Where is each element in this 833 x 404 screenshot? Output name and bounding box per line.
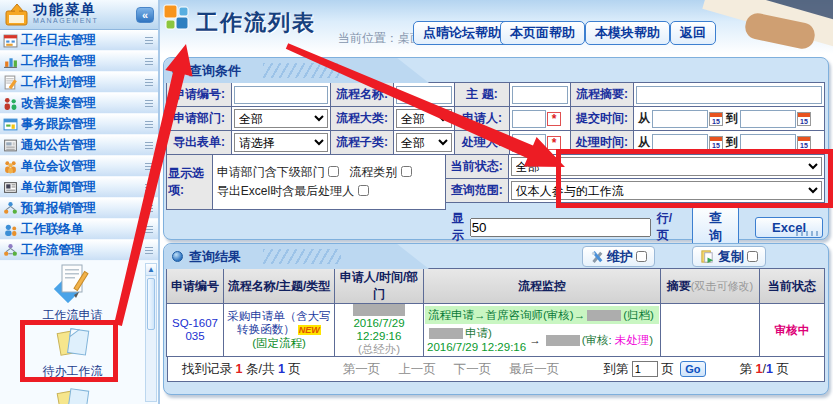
drag-handle-icon[interactable] bbox=[145, 58, 153, 65]
shortcut-partial[interactable] bbox=[0, 387, 145, 404]
option-include-sub-dept[interactable]: 申请部门含下级部门 bbox=[217, 163, 339, 182]
drag-handle-icon[interactable] bbox=[145, 121, 153, 128]
sidebar-scrollbar[interactable]: ▲ bbox=[145, 263, 157, 402]
sidebar-collapse-button[interactable]: « bbox=[136, 7, 154, 23]
flow-class-select[interactable]: 全部 bbox=[396, 109, 452, 128]
sidebar-item-work-log[interactable]: 工作日志管理 bbox=[0, 30, 158, 51]
go-button[interactable]: Go bbox=[680, 361, 705, 377]
query-panel: 查询条件 申请编号: 流程名称: 主 题: 流程摘要: 申请部门: 全部 流程大… bbox=[163, 57, 829, 240]
applicant-input[interactable] bbox=[512, 110, 546, 128]
calendar-icon[interactable]: 15 bbox=[709, 112, 723, 126]
last-page-link[interactable]: 最后一页 bbox=[509, 361, 559, 378]
sidebar-item-improvement[interactable]: 改善提案管理 bbox=[0, 93, 158, 114]
query-scope-select[interactable]: 仅本人参与的工作流 bbox=[511, 181, 822, 200]
option-flow-category[interactable]: 流程类别 bbox=[349, 163, 411, 182]
scroll-up-icon[interactable]: ▲ bbox=[146, 264, 156, 276]
export-form-select[interactable]: 请选择 bbox=[234, 133, 328, 152]
flow-name-input[interactable] bbox=[396, 86, 452, 104]
handler-input[interactable] bbox=[512, 134, 546, 152]
results-panel: 查询结果 维护 复制 bbox=[163, 243, 829, 395]
query-row-2: 申请部门: 全部 流程大类: 全部 申请人: * 提交时间: 从 15 到 15 bbox=[167, 107, 825, 131]
copy-icon bbox=[700, 249, 715, 264]
sidebar-item-news[interactable]: 单位新闻管理 bbox=[0, 177, 158, 198]
col-apply-no: 申请编号 bbox=[166, 268, 224, 304]
prev-page-link[interactable]: 上一页 bbox=[398, 361, 436, 378]
sidebar-item-tracking[interactable]: 事务跟踪管理 bbox=[0, 114, 158, 135]
calendar-icon[interactable]: 15 bbox=[797, 112, 811, 126]
sidebar-item-budget[interactable]: 预算报销管理 bbox=[0, 198, 158, 219]
maintain-checkbox[interactable] bbox=[636, 251, 647, 262]
next-page-link[interactable]: 下一页 bbox=[454, 361, 492, 378]
user-picker-icon[interactable]: * bbox=[547, 136, 561, 150]
back-button[interactable]: 返回 bbox=[670, 21, 716, 45]
sidebar-item-meeting[interactable]: 单位会议管理 bbox=[0, 156, 158, 177]
sidebar-item-label: 工作计划管理 bbox=[21, 74, 145, 91]
apply-no-input[interactable] bbox=[234, 86, 328, 104]
maintain-label: 维护 bbox=[607, 248, 633, 266]
drag-handle-icon[interactable] bbox=[145, 79, 153, 86]
cell-monitor: 流程申请→首席咨询师(审核)→(归档) 申请) 2016/7/29 12:29:… bbox=[423, 303, 661, 357]
user-picker-icon[interactable]: * bbox=[547, 112, 561, 126]
cell-flow-name[interactable]: 采购申请单（含大写转换函数） NEW (固定流程) bbox=[223, 303, 335, 357]
drag-handle-icon[interactable] bbox=[145, 184, 153, 191]
option-excel-handler[interactable]: 导出Excel时含最后处理人 bbox=[217, 182, 369, 201]
handle-to-input[interactable] bbox=[740, 134, 796, 152]
orb-icon bbox=[172, 251, 183, 262]
apply-dept-label: 申请部门: bbox=[166, 106, 232, 131]
flow-subclass-select[interactable]: 全部 bbox=[396, 133, 452, 152]
goto-page-input[interactable] bbox=[632, 361, 658, 377]
submit-from-input[interactable] bbox=[652, 110, 708, 128]
drag-handle-icon[interactable] bbox=[145, 247, 153, 254]
cell-summary[interactable] bbox=[660, 303, 760, 357]
copy-button[interactable]: 复制 bbox=[692, 246, 766, 267]
cell-apply-no[interactable]: SQ-1607035 bbox=[166, 303, 224, 357]
from-label: 从 bbox=[638, 110, 650, 127]
col-flow-name: 流程名称/主题/类型 bbox=[223, 268, 335, 304]
current-status-select[interactable]: 全部 bbox=[511, 157, 822, 176]
sidebar-item-workflow[interactable]: 工作流管理 bbox=[0, 240, 158, 261]
calendar-icon[interactable]: 15 bbox=[709, 136, 723, 150]
todo-workflow-icon bbox=[53, 327, 93, 359]
col-monitor: 流程监控 bbox=[423, 268, 661, 304]
excel-handler-checkbox[interactable] bbox=[358, 185, 369, 196]
submit-to-input[interactable] bbox=[740, 110, 796, 128]
apply-dept-select[interactable]: 全部 bbox=[234, 109, 328, 128]
display-options-label: 显示选项: bbox=[166, 154, 213, 210]
first-page-link[interactable]: 第一页 bbox=[343, 361, 381, 378]
calendar-icon[interactable]: 15 bbox=[797, 136, 811, 150]
scrollbar-thumb[interactable] bbox=[147, 278, 155, 330]
search-button[interactable]: 查 询 bbox=[692, 206, 739, 248]
flow-category-checkbox[interactable] bbox=[401, 166, 412, 177]
module-help-button[interactable]: 本模块帮助 bbox=[585, 21, 670, 45]
summary-input[interactable] bbox=[636, 86, 822, 104]
page-help-button[interactable]: 本页面帮助 bbox=[500, 21, 585, 45]
resize-grip[interactable] bbox=[796, 231, 818, 236]
sidebar-item-contact-sheet[interactable]: 工作联络单 bbox=[0, 219, 158, 240]
page-title-icon bbox=[163, 4, 190, 31]
shortcut-workflow-apply[interactable]: 工作流申请 bbox=[0, 263, 145, 324]
drag-handle-icon[interactable] bbox=[145, 100, 153, 107]
copy-checkbox[interactable] bbox=[747, 251, 758, 262]
maintain-button[interactable]: 维护 bbox=[582, 246, 655, 267]
table-row[interactable]: SQ-1607035 采购申请单（含大写转换函数） NEW (固定流程) 201… bbox=[167, 304, 825, 357]
handle-from-input[interactable] bbox=[652, 134, 708, 152]
sidebar-item-work-plan[interactable]: 工作计划管理 bbox=[0, 72, 158, 93]
shortcut-todo-workflow[interactable]: 待办工作流 bbox=[0, 327, 145, 380]
drag-handle-icon[interactable] bbox=[145, 37, 153, 44]
results-panel-title: 查询结果 维护 复制 bbox=[164, 244, 828, 269]
page-size-input[interactable] bbox=[470, 218, 651, 237]
to-label: 到 bbox=[726, 110, 738, 127]
handler-label: 处理人: bbox=[454, 130, 510, 155]
query-form: 申请编号: 流程名称: 主 题: 流程摘要: 申请部门: 全部 流程大类: 全部… bbox=[167, 83, 825, 236]
sidebar-item-work-report[interactable]: 工作报告管理 bbox=[0, 51, 158, 72]
drag-handle-icon[interactable] bbox=[145, 163, 153, 170]
drag-handle-icon[interactable] bbox=[145, 142, 153, 149]
workflow-submenu: 工作流申请 待办工作流 bbox=[0, 261, 158, 404]
drag-handle-icon[interactable] bbox=[145, 205, 153, 212]
forum-help-button[interactable]: 点晴论坛帮助 bbox=[413, 21, 511, 45]
include-sub-dept-checkbox[interactable] bbox=[328, 166, 339, 177]
drag-handle-icon[interactable] bbox=[145, 226, 153, 233]
subject-input[interactable] bbox=[512, 86, 568, 104]
news-icon bbox=[3, 180, 18, 195]
sidebar-item-notice[interactable]: 通知公告管理 bbox=[0, 135, 158, 156]
